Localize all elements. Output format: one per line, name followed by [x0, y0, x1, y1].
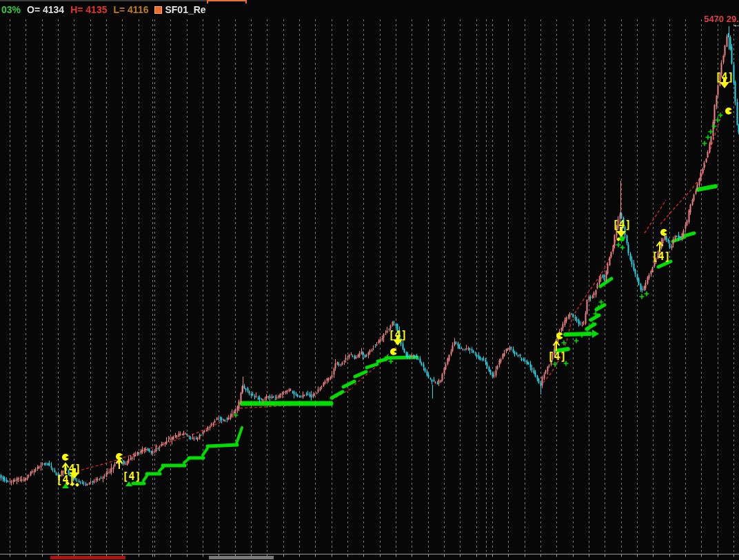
bottom-scrollbar[interactable]: [0, 555, 739, 560]
indicator-name: SF01_Re: [165, 4, 205, 15]
low-value: L= 4116: [113, 4, 148, 15]
indicator-swatch-icon: [154, 6, 162, 14]
scrollbar-red-segment[interactable]: [50, 556, 125, 559]
top-border-gray: [0, 0, 207, 1]
price-left-arrow-icon: ←: [733, 19, 739, 29]
change-percent: 03%: [1, 4, 21, 15]
trading-chart-screen: 03% O= 4134 H= 4135 L= 4116 SF01_Re 5470…: [0, 0, 739, 560]
high-value: H= 4135: [70, 4, 107, 15]
open-value: O= 4134: [27, 4, 64, 15]
indicator-legend[interactable]: SF01_Re: [154, 4, 205, 15]
scrollbar-gray-segment[interactable]: [209, 556, 274, 559]
price-chart-canvas[interactable]: [0, 0, 739, 560]
top-border-orange-segment: [207, 0, 247, 1]
chart-header: 03% O= 4134 H= 4135 L= 4116 SF01_Re: [1, 4, 206, 15]
